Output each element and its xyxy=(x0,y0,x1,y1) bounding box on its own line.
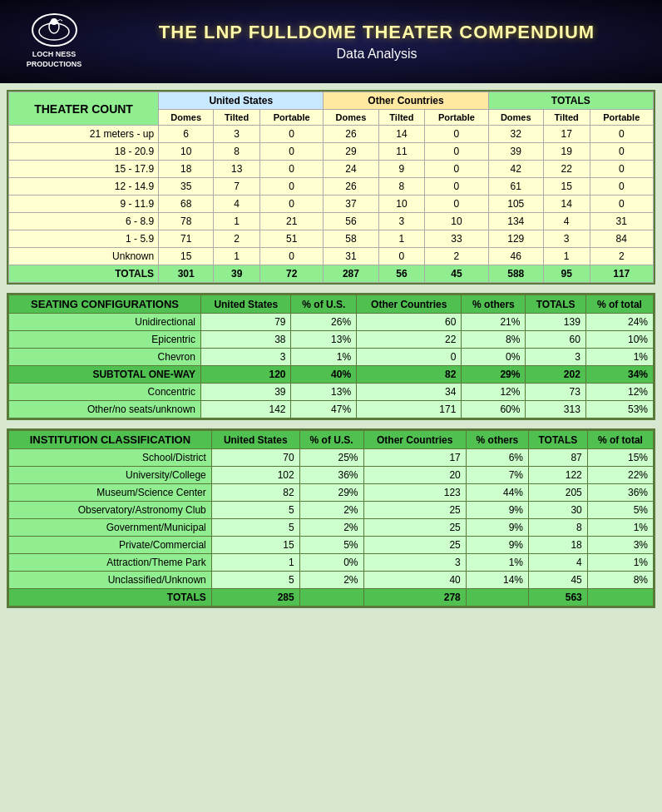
seating-section: SEATING CONFIGURATIONS United States % o… xyxy=(7,293,655,420)
table-row: School/District 7025% 176% 8715% xyxy=(9,449,654,467)
page-header: LOCH NESS PRODUCTIONS THE LNP FULLDOME T… xyxy=(0,0,662,83)
inst-oc-header: Other Countries xyxy=(363,431,466,449)
us-tilted: Tilted xyxy=(214,110,260,126)
seating-us-header: United States xyxy=(200,295,291,314)
tot-group-header: TOTALS xyxy=(488,92,653,110)
seating-uspct-header: % of U.S. xyxy=(291,295,357,314)
table-row: Observatory/Astronomy Club 52% 259% 305% xyxy=(9,502,654,519)
tot-portable: Portable xyxy=(590,110,653,126)
table-row: Museum/Science Center 8229% 12344% 20536… xyxy=(9,484,654,502)
main-content: THEATER COUNT United States Other Countr… xyxy=(0,83,662,623)
institution-table: INSTITUTION CLASSIFICATION United States… xyxy=(8,430,654,607)
logo: LOCH NESS PRODUCTIONS xyxy=(17,13,91,69)
table-row: 6 - 8.9 78121 56310 134431 xyxy=(9,213,654,230)
seating-subtotal-row: SUBTOTAL ONE-WAY 12040% 8229% 20234% xyxy=(9,366,654,384)
table-row: 1 - 5.9 71251 58133 129384 xyxy=(9,230,654,248)
seating-header-row: SEATING CONFIGURATIONS United States % o… xyxy=(9,295,654,314)
oc-portable: Portable xyxy=(425,110,488,126)
inst-uspct-header: % of U.S. xyxy=(299,431,363,449)
table-row: Chevron 31% 00% 31% xyxy=(9,349,654,366)
table-row: Concentric 3913% 3412% 7312% xyxy=(9,384,654,401)
institution-section: INSTITUTION CLASSIFICATION United States… xyxy=(7,428,655,608)
logo-text: LOCH NESS PRODUCTIONS xyxy=(27,50,82,69)
seating-table: SEATING CONFIGURATIONS United States % o… xyxy=(8,295,654,418)
table-row: Attraction/Theme Park 10% 31% 41% xyxy=(9,554,654,572)
theater-count-table: THEATER COUNT United States Other Countr… xyxy=(8,92,654,283)
inst-ocpct-header: % others xyxy=(466,431,528,449)
table-row: Other/no seats/unknown 14247% 17160% 313… xyxy=(9,401,654,418)
inst-header-row: INSTITUTION CLASSIFICATION United States… xyxy=(9,431,654,449)
inst-label-header: INSTITUTION CLASSIFICATION xyxy=(9,431,212,449)
theater-count-section: THEATER COUNT United States Other Countr… xyxy=(7,90,655,285)
table-row: Unclassified/Unknown 52% 4014% 458% xyxy=(9,572,654,589)
oc-domes: Domes xyxy=(324,110,378,126)
table-row: University/College 10236% 207% 12222% xyxy=(9,467,654,484)
theater-group-header-row: THEATER COUNT United States Other Countr… xyxy=(9,92,654,110)
inst-us-header: United States xyxy=(211,431,299,449)
subtitle: Data Analysis xyxy=(108,47,645,62)
theater-count-label: THEATER COUNT xyxy=(9,92,159,126)
logo-circle xyxy=(32,13,77,47)
table-row: Unidirectional 7926% 6021% 13924% xyxy=(9,314,654,331)
us-domes: Domes xyxy=(159,110,214,126)
inst-tot-header: TOTALS xyxy=(529,431,588,449)
seating-ocpct-header: % others xyxy=(462,295,526,314)
us-portable: Portable xyxy=(260,110,324,126)
svg-point-2 xyxy=(51,18,57,25)
table-row: 21 meters - up 630 26140 32170 xyxy=(9,126,654,143)
main-title: THE LNP FULLDOME THEATER COMPENDIUM xyxy=(108,22,645,43)
seating-label-header: SEATING CONFIGURATIONS xyxy=(9,295,201,314)
svg-point-0 xyxy=(39,23,69,40)
table-row: Epicentric 3813% 228% 6010% xyxy=(9,331,654,349)
seating-oc-header: Other Countries xyxy=(357,295,462,314)
seating-tot-header: TOTALS xyxy=(526,295,585,314)
table-row: Private/Commercial 155% 259% 183% xyxy=(9,537,654,554)
header-title-block: THE LNP FULLDOME THEATER COMPENDIUM Data… xyxy=(108,22,645,62)
theater-totals-row: TOTALS 3013972 2875645 58895117 xyxy=(9,265,654,283)
inst-totpct-header: % of total xyxy=(587,431,653,449)
seating-totpct-header: % of total xyxy=(585,295,653,314)
table-row: 9 - 11.9 6840 37100 105140 xyxy=(9,196,654,213)
tot-domes: Domes xyxy=(488,110,543,126)
inst-totals-row: TOTALS 285 278 563 xyxy=(9,589,654,607)
oc-group-header: Other Countries xyxy=(324,92,488,110)
table-row: 15 - 17.9 18130 2490 42220 xyxy=(9,161,654,178)
table-row: 12 - 14.9 3570 2680 61150 xyxy=(9,178,654,196)
tot-tilted: Tilted xyxy=(543,110,590,126)
oc-tilted: Tilted xyxy=(378,110,425,126)
us-group-header: United States xyxy=(159,92,324,110)
table-row: Government/Municipal 52% 259% 81% xyxy=(9,519,654,537)
table-row: Unknown 1510 3102 4612 xyxy=(9,248,654,265)
table-row: 18 - 20.9 1080 29110 39190 xyxy=(9,143,654,161)
